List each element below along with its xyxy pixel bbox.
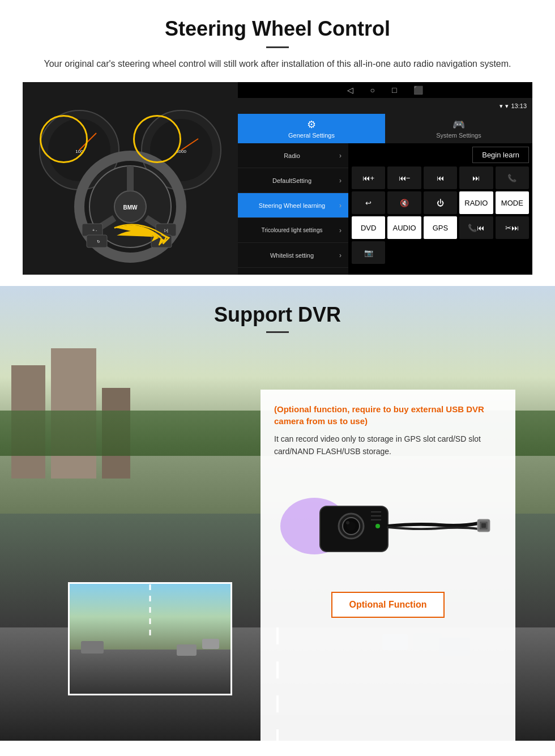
dvr-title-area: Support DVR xyxy=(0,286,555,344)
dvr-description: It can record video only to storage in G… xyxy=(274,433,502,458)
android-navbar: ◁ ○ □ ⬛ xyxy=(238,82,532,98)
ctrl-back[interactable]: ↩ xyxy=(352,191,385,214)
ctrl-power[interactable]: ⏻ xyxy=(424,191,457,214)
dvr-divider xyxy=(266,331,289,333)
menu-btn[interactable]: ⬛ xyxy=(413,86,423,95)
chevron-default: › xyxy=(339,177,341,185)
steering-subtitle: Your original car's steering wheel contr… xyxy=(34,57,521,71)
optional-function-button[interactable]: Optional Function xyxy=(331,592,445,618)
ctrl-cut-next[interactable]: ✂⏭ xyxy=(496,216,529,239)
ctrl-camera[interactable]: 📷 xyxy=(352,241,385,264)
ctrl-audio[interactable]: AUDIO xyxy=(387,216,421,239)
menu-panel: Radio › DefaultSetting › Steering Wheel … xyxy=(238,143,348,275)
system-icon: 🎮 xyxy=(452,118,465,131)
ctrl-vol-up[interactable]: ⏮+ xyxy=(352,166,385,189)
menu-radio-label: Radio xyxy=(245,152,339,159)
signal-icon: ▾ xyxy=(500,102,503,110)
controls-panel: Begin learn ⏮+ ⏮− ⏮ ⏭ 📞 ↩ 🔇 ⏻ RADIO MODE… xyxy=(348,143,532,275)
dvr-info-card: (Optional function, require to buy exter… xyxy=(261,390,515,741)
recent-btn[interactable]: □ xyxy=(392,86,396,95)
dvr-main: (Optional function, require to buy exter… xyxy=(0,344,555,741)
ctrl-radio[interactable]: RADIO xyxy=(459,191,493,214)
settings-icon: ⚙ xyxy=(307,118,316,131)
menu-item-steering[interactable]: Steering Wheel learning › xyxy=(238,193,348,218)
ctrl-mode[interactable]: MODE xyxy=(496,191,529,214)
begin-learn-button[interactable]: Begin learn xyxy=(472,147,529,163)
dvr-title: Support DVR xyxy=(0,303,555,327)
steering-section: Steering Wheel Control Your original car… xyxy=(0,0,555,286)
wifi-icon: ▾ xyxy=(505,102,509,110)
menu-tricolour-label: Tricoloured light settings xyxy=(245,227,339,233)
controls-top-row: Begin learn xyxy=(352,147,529,163)
clock: 13:13 xyxy=(511,102,527,109)
menu-default-label: DefaultSetting xyxy=(245,177,339,184)
android-tabs: ⚙ General Settings 🎮 System Settings xyxy=(238,114,532,143)
svg-point-33 xyxy=(375,524,380,528)
svg-text:BMW: BMW xyxy=(123,204,138,211)
dvr-thumbnail xyxy=(68,582,232,695)
chevron-radio: › xyxy=(339,152,341,160)
svg-point-32 xyxy=(346,521,349,524)
steering-composite: 100 3000 BMW + - ↻ xyxy=(23,82,532,275)
tab-system-label: System Settings xyxy=(436,132,481,139)
dvr-section: Support DVR (Optional function, require … xyxy=(0,286,555,741)
control-grid: ⏮+ ⏮− ⏮ ⏭ 📞 ↩ 🔇 ⏻ RADIO MODE DVD AUDIO G… xyxy=(352,166,529,264)
menu-steering-label: Steering Wheel learning xyxy=(245,202,339,209)
android-statusbar: ▾ ▾ 13:13 xyxy=(238,98,532,114)
chevron-tricolour: › xyxy=(339,227,341,234)
svg-text:↻: ↻ xyxy=(97,240,100,244)
ctrl-dvd[interactable]: DVD xyxy=(352,216,385,239)
statusbar-icons: ▾ ▾ 13:13 xyxy=(500,102,527,110)
highlight-right xyxy=(133,115,181,163)
chevron-steering: › xyxy=(339,202,341,210)
ctrl-prev[interactable]: ⏮ xyxy=(424,166,457,189)
tab-system-settings[interactable]: 🎮 System Settings xyxy=(385,114,532,143)
svg-text:+ -: + - xyxy=(92,228,97,232)
tab-general-label: General Settings xyxy=(288,132,335,139)
menu-item-whitelist[interactable]: Whitelist setting › xyxy=(238,243,348,268)
title-divider xyxy=(266,46,289,48)
menu-item-tricolour[interactable]: Tricoloured light settings › xyxy=(238,218,348,243)
tab-general-settings[interactable]: ⚙ General Settings xyxy=(238,114,385,143)
ctrl-phone-prev[interactable]: 📞⏮ xyxy=(459,216,493,239)
ctrl-next[interactable]: ⏭ xyxy=(459,166,493,189)
chevron-whitelist: › xyxy=(339,251,341,259)
ctrl-gps[interactable]: GPS xyxy=(424,216,457,239)
menu-item-radio[interactable]: Radio › xyxy=(238,143,348,168)
menu-whitelist-label: Whitelist setting xyxy=(245,252,339,259)
android-content: Radio › DefaultSetting › Steering Wheel … xyxy=(238,143,532,275)
ctrl-phone[interactable]: 📞 xyxy=(496,166,529,189)
svg-rect-36 xyxy=(481,523,486,528)
dvr-camera-illustration xyxy=(274,469,502,583)
dvr-optional-text: (Optional function, require to buy exter… xyxy=(274,403,502,427)
steering-title: Steering Wheel Control xyxy=(23,17,532,41)
ctrl-vol-down[interactable]: ⏮− xyxy=(387,166,421,189)
dvr-content: Support DVR (Optional function, require … xyxy=(0,286,555,741)
menu-item-default[interactable]: DefaultSetting › xyxy=(238,168,348,193)
home-btn[interactable]: ○ xyxy=(370,86,375,95)
ctrl-mute[interactable]: 🔇 xyxy=(387,191,421,214)
android-ui-panel: ◁ ○ □ ⬛ ▾ ▾ 13:13 ⚙ General Settings xyxy=(238,82,532,275)
steering-wheel-image: 100 3000 BMW + - ↻ xyxy=(23,82,238,275)
highlight-left xyxy=(40,115,88,163)
back-btn[interactable]: ◁ xyxy=(347,86,353,95)
